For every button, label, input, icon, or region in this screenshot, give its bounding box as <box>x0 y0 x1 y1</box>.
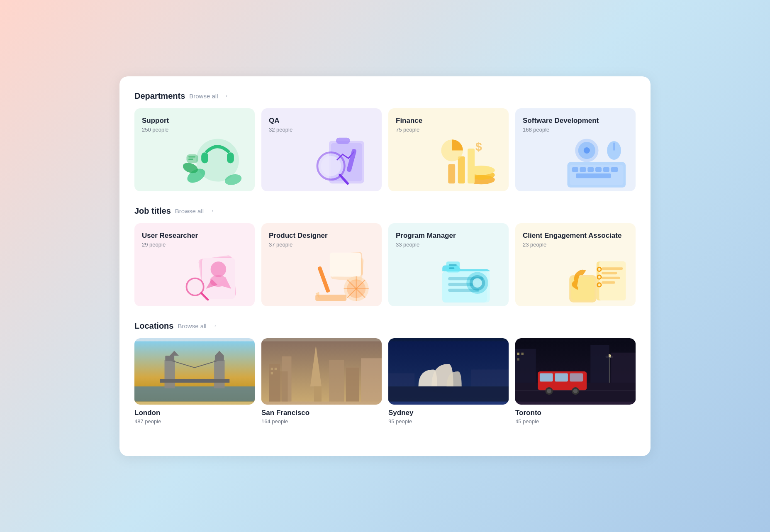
svg-rect-104 <box>388 373 414 386</box>
dept-illustration-software <box>546 129 636 191</box>
location-count-sydney: 95 people <box>388 418 509 425</box>
svg-rect-66 <box>449 264 457 266</box>
svg-rect-112 <box>570 373 583 381</box>
location-image-sydney <box>388 338 509 405</box>
dept-title-qa: QA <box>269 117 374 125</box>
dept-title-support: Support <box>142 117 247 125</box>
departments-browse-all[interactable]: Browse all <box>189 93 218 100</box>
job-title-program-manager: Program Manager <box>396 232 501 240</box>
departments-browse-arrow[interactable]: → <box>222 92 229 100</box>
job-title-product-designer: Product Designer <box>269 232 374 240</box>
svg-rect-105 <box>471 369 509 386</box>
svg-point-116 <box>573 388 578 393</box>
job-card-user-researcher[interactable]: User Researcher 29 people <box>134 223 255 306</box>
location-image-san-francisco <box>261 338 382 405</box>
svg-text:$: $ <box>475 140 482 153</box>
job-card-program-manager[interactable]: Program Manager 33 people <box>388 223 509 306</box>
departments-header: Departments Browse all → <box>134 91 636 101</box>
svg-rect-73 <box>602 272 617 274</box>
svg-rect-97 <box>346 367 359 401</box>
svg-rect-101 <box>271 372 273 374</box>
locations-grid: London 487 people <box>134 338 636 425</box>
location-card-toronto[interactable]: Toronto 45 people <box>515 338 636 425</box>
svg-rect-11 <box>336 137 350 144</box>
location-name-sydney: Sydney <box>388 409 509 417</box>
svg-rect-110 <box>540 373 553 381</box>
department-card-finance[interactable]: Finance 75 people $ <box>388 108 509 191</box>
svg-rect-32 <box>576 173 611 178</box>
svg-rect-94 <box>314 386 322 401</box>
locations-browse-arrow[interactable]: → <box>211 322 217 329</box>
job-count-product-designer: 37 people <box>269 242 374 248</box>
locations-browse-all[interactable]: Browse all <box>178 322 206 329</box>
svg-rect-72 <box>602 267 623 270</box>
svg-rect-1 <box>201 152 208 163</box>
location-card-san-francisco[interactable]: San Francisco 164 people <box>261 338 382 425</box>
dept-illustration-qa <box>292 129 382 191</box>
svg-rect-95 <box>269 371 288 402</box>
svg-rect-26 <box>572 167 578 171</box>
departments-grid: Support 250 people <box>134 108 636 191</box>
svg-rect-122 <box>611 352 636 383</box>
svg-rect-124 <box>521 352 524 354</box>
departments-section: Departments Browse all → Support 250 peo… <box>134 91 636 191</box>
svg-rect-125 <box>517 358 519 360</box>
svg-point-41 <box>210 261 226 277</box>
svg-rect-30 <box>603 167 609 171</box>
location-card-london[interactable]: London 487 people <box>134 338 255 425</box>
svg-rect-87 <box>215 355 224 361</box>
svg-rect-20 <box>458 156 465 183</box>
svg-rect-2 <box>227 152 234 163</box>
job-card-client-engagement[interactable]: Client Engagement Associate 23 people <box>515 223 636 306</box>
job-title-client-engagement: Client Engagement Associate <box>523 232 628 240</box>
main-card: Departments Browse all → Support 250 peo… <box>119 76 651 456</box>
job-titles-grid: User Researcher 29 people <box>134 223 636 306</box>
svg-rect-48 <box>317 266 330 293</box>
location-image-london <box>134 338 255 405</box>
svg-rect-31 <box>611 167 618 171</box>
svg-rect-121 <box>590 345 609 383</box>
job-count-user-researcher: 29 people <box>142 242 247 248</box>
location-name-san-francisco: San Francisco <box>261 409 382 417</box>
job-card-product-designer[interactable]: Product Designer 37 people <box>261 223 382 306</box>
svg-rect-29 <box>595 167 602 171</box>
svg-rect-100 <box>275 367 277 369</box>
location-card-sydney[interactable]: Sydney 95 people <box>388 338 509 425</box>
svg-rect-8 <box>188 159 193 160</box>
job-count-program-manager: 33 people <box>396 242 501 248</box>
svg-rect-21 <box>468 148 475 183</box>
svg-rect-75 <box>602 281 615 284</box>
job-illustration-user-researcher <box>165 244 255 306</box>
svg-rect-27 <box>580 167 586 171</box>
dept-count-qa: 32 people <box>269 127 374 133</box>
job-count-client-engagement: 23 people <box>523 242 628 248</box>
dept-count-support: 250 people <box>142 127 247 133</box>
svg-rect-99 <box>271 367 273 369</box>
svg-rect-96 <box>329 360 344 401</box>
svg-rect-83 <box>160 379 230 383</box>
locations-section: Locations Browse all → <box>134 321 636 425</box>
svg-rect-28 <box>587 167 594 171</box>
svg-rect-47 <box>329 252 361 276</box>
svg-rect-86 <box>165 355 174 361</box>
job-titles-browse-all[interactable]: Browse all <box>175 207 204 215</box>
dept-illustration-support <box>165 129 255 191</box>
dept-illustration-finance: $ <box>419 129 509 191</box>
svg-rect-19 <box>448 164 455 183</box>
job-illustration-product-designer <box>292 244 382 306</box>
location-image-toronto <box>515 338 636 405</box>
department-card-software[interactable]: Software Development 168 people <box>515 108 636 191</box>
job-titles-browse-arrow[interactable]: → <box>208 207 214 215</box>
department-card-support[interactable]: Support 250 people <box>134 108 255 191</box>
location-name-toronto: Toronto <box>515 409 636 417</box>
svg-point-64 <box>473 278 482 288</box>
locations-header: Locations Browse all → <box>134 321 636 331</box>
svg-rect-123 <box>517 352 519 354</box>
location-count-san-francisco: 164 people <box>261 418 382 425</box>
svg-rect-82 <box>214 360 224 388</box>
svg-rect-67 <box>449 267 454 269</box>
svg-point-114 <box>547 388 551 393</box>
svg-rect-74 <box>602 276 620 279</box>
job-titles-section: Job titles Browse all → User Researcher … <box>134 206 636 306</box>
department-card-qa[interactable]: QA 32 people <box>261 108 382 191</box>
